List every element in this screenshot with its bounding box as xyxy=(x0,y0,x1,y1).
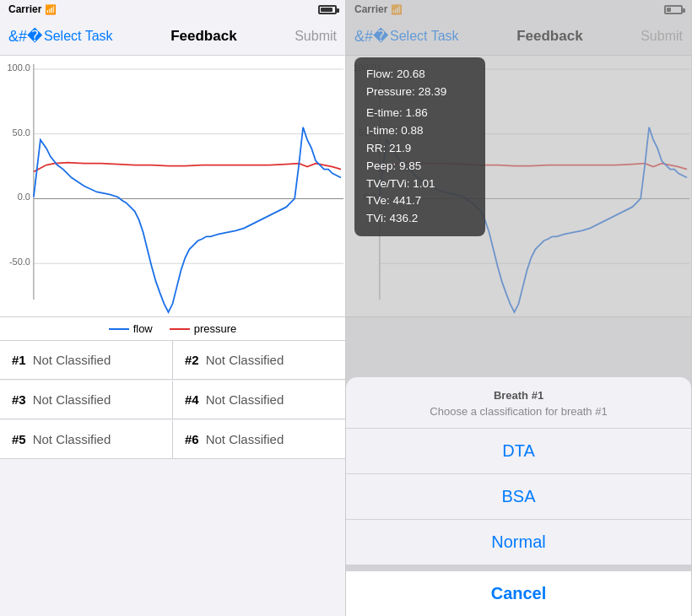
tooltip-peep: Peep: 9.85 xyxy=(366,158,473,176)
classif-cell-5[interactable]: #5 Not Classified xyxy=(0,420,173,458)
classif-num-5: #5 xyxy=(12,432,26,446)
classif-val-6: Not Classified xyxy=(206,432,284,446)
classif-cell-1[interactable]: #1 Not Classified xyxy=(0,341,173,379)
tooltip-tvetvi: TVe/TVi: 1.01 xyxy=(366,176,473,193)
classif-cell-4[interactable]: #4 Not Classified xyxy=(173,381,345,419)
panel-b: Carrier 📶 &#� Select Task Feedback Submi… xyxy=(346,0,692,616)
svg-text:0.0: 0.0 xyxy=(18,192,30,202)
classif-num-1: #1 xyxy=(12,353,26,367)
classif-val-5: Not Classified xyxy=(33,432,111,446)
carrier-text-a: Carrier xyxy=(8,3,41,15)
flow-label-a: flow xyxy=(133,322,153,335)
tooltip-tvi: TVi: 436.2 xyxy=(366,210,473,228)
chart-svg-a: 100.0 50.0 0.0 -50.0 xyxy=(0,56,345,316)
action-sheet-title: Breath #1 xyxy=(346,377,691,403)
pressure-label-a: pressure xyxy=(194,322,237,335)
action-btn-cancel[interactable]: Cancel xyxy=(346,565,691,616)
classif-row-3: #5 Not Classified #6 Not Classified xyxy=(0,420,345,459)
action-sheet: Breath #1 Choose a classification for br… xyxy=(346,377,691,616)
nav-title-a: Feedback xyxy=(170,28,236,45)
action-sheet-inner: Breath #1 Choose a classification for br… xyxy=(346,377,691,565)
classif-num-4: #4 xyxy=(185,392,199,407)
legend-flow-a: flow xyxy=(109,322,153,335)
tooltip-flow: Flow: 20.68 xyxy=(366,66,473,84)
pressure-line-icon xyxy=(170,328,190,330)
action-sheet-subtitle: Choose a classification for breath #1 xyxy=(346,403,691,429)
svg-text:100.0: 100.0 xyxy=(7,62,30,73)
classif-cell-3[interactable]: #3 Not Classified xyxy=(0,381,173,419)
classifications-a: #1 Not Classified #2 Not Classified #3 N… xyxy=(0,341,345,616)
panel-a: Carrier 📶 &#� Select Task Feedback Submi… xyxy=(0,0,346,616)
classif-num-6: #6 xyxy=(185,432,199,446)
classif-val-4: Not Classified xyxy=(206,392,284,407)
classif-num-2: #2 xyxy=(185,353,199,367)
data-tooltip: Flow: 20.68 Pressure: 28.39 E-time: 1.86… xyxy=(354,57,485,236)
nav-bar-a: &#� Select Task Feedback Submit xyxy=(0,19,345,56)
classif-val-3: Not Classified xyxy=(33,392,111,407)
legend-a: flow pressure xyxy=(0,317,345,341)
back-button-a[interactable]: &#� Select Task xyxy=(8,27,113,46)
classif-cell-6[interactable]: #6 Not Classified xyxy=(173,420,345,458)
tooltip-etime: E-time: 1.86 xyxy=(366,105,473,122)
flow-line-icon xyxy=(109,328,129,330)
classif-row-1: #1 Not Classified #2 Not Classified xyxy=(0,341,345,380)
action-btn-bsa[interactable]: BSA xyxy=(346,474,691,520)
classif-cell-2[interactable]: #2 Not Classified xyxy=(173,341,345,379)
battery-icon-a xyxy=(318,5,337,14)
svg-text:50.0: 50.0 xyxy=(13,127,30,138)
status-bar-a: Carrier 📶 xyxy=(0,0,345,19)
back-chevron-a: &#� xyxy=(8,27,42,46)
tooltip-tve: TVe: 441.7 xyxy=(366,192,473,210)
classif-val-1: Not Classified xyxy=(33,353,111,367)
classif-num-3: #3 xyxy=(12,392,26,407)
svg-text:-50.0: -50.0 xyxy=(9,257,30,267)
submit-button-a[interactable]: Submit xyxy=(295,29,337,44)
classif-val-2: Not Classified xyxy=(206,353,284,367)
carrier-a: Carrier 📶 xyxy=(8,3,57,15)
classif-row-2: #3 Not Classified #4 Not Classified xyxy=(0,381,345,419)
back-label-a: Select Task xyxy=(44,29,113,44)
action-btn-dta[interactable]: DTA xyxy=(346,429,691,474)
tooltip-itime: I-time: 0.88 xyxy=(366,122,473,140)
tooltip-pressure: Pressure: 28.39 xyxy=(366,84,473,101)
legend-pressure-a: pressure xyxy=(170,322,237,335)
action-btn-normal[interactable]: Normal xyxy=(346,520,691,565)
wifi-icon-a: 📶 xyxy=(45,4,57,15)
chart-area-a: 100.0 50.0 0.0 -50.0 xyxy=(0,56,345,317)
tooltip-rr: RR: 21.9 xyxy=(366,140,473,158)
